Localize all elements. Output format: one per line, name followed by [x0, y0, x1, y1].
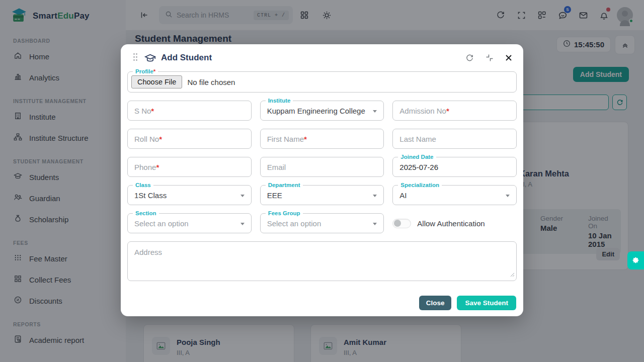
modal-footer: Close Save Student [419, 296, 516, 310]
allow-auth-label: Allow Authentication [417, 219, 485, 228]
fees-group-label: Fees Group [266, 210, 303, 217]
file-status-text: No file chosen [187, 78, 235, 86]
address-textarea[interactable] [127, 241, 517, 281]
chevron-down-icon [240, 223, 245, 225]
modal-close-icon[interactable] [505, 54, 512, 61]
profile-label: Profile* [133, 68, 158, 75]
theme-settings-gear-button[interactable] [627, 251, 644, 269]
first-name-input[interactable]: First Name* [260, 129, 384, 149]
drag-handle-icon[interactable] [133, 53, 138, 63]
department-label: Department [266, 182, 303, 189]
chevron-down-icon [506, 195, 510, 197]
joined-date-input[interactable]: Joined Date 2025-07-26 [392, 157, 517, 177]
class-select[interactable]: Class 1St Class [127, 185, 252, 205]
fees-group-select[interactable]: Fees Group Select an option [260, 213, 384, 233]
sno-input[interactable]: S No* [127, 101, 252, 121]
department-select[interactable]: Department EEE [260, 185, 384, 205]
class-label: Class [133, 182, 153, 189]
admission-no-input[interactable]: Admission No* [392, 101, 517, 121]
specialization-label: Specialization [398, 182, 442, 189]
modal-header: Add Student [121, 44, 523, 71]
resize-grip[interactable] [510, 270, 515, 279]
last-name-input[interactable]: Last Name [392, 129, 517, 149]
chevron-down-icon [373, 223, 377, 225]
toggle-knob [394, 220, 401, 227]
save-student-button[interactable]: Save Student [457, 296, 516, 310]
specialization-select[interactable]: Specialization AI [392, 185, 517, 205]
allow-auth-field: Allow Authentication [392, 213, 517, 233]
section-label: Section [133, 210, 159, 217]
modal-minimize-icon[interactable] [486, 54, 494, 62]
institute-label: Institute [266, 97, 293, 104]
chevron-down-icon [373, 110, 377, 113]
email-input[interactable]: Email [260, 157, 384, 177]
joined-date-label: Joined Date [398, 153, 436, 160]
add-student-modal: Add Student Profile* Choose File No file… [121, 44, 523, 316]
phone-input[interactable]: Phone* [127, 157, 252, 177]
chevron-down-icon [373, 195, 377, 197]
graduation-cap-icon [144, 53, 156, 63]
app-root: SmartEduPay DASHBOARD Home Analytics INS… [0, 0, 644, 362]
student-form-grid: S No* Institute Kuppam Engineering Colle… [127, 101, 517, 233]
allow-auth-toggle[interactable] [392, 219, 411, 228]
modal-refresh-icon[interactable] [465, 54, 474, 62]
chevron-down-icon [240, 195, 245, 197]
address-field [127, 241, 517, 281]
institute-select[interactable]: Institute Kuppam Engineering College [260, 101, 384, 121]
roll-no-input[interactable]: Roll No* [127, 129, 252, 149]
profile-file-field: Profile* Choose File No file chosen [127, 71, 517, 93]
close-button[interactable]: Close [419, 296, 452, 310]
section-select[interactable]: Section Select an option [127, 213, 252, 233]
choose-file-button[interactable]: Choose File [131, 75, 182, 88]
modal-title: Add Student [161, 53, 212, 63]
